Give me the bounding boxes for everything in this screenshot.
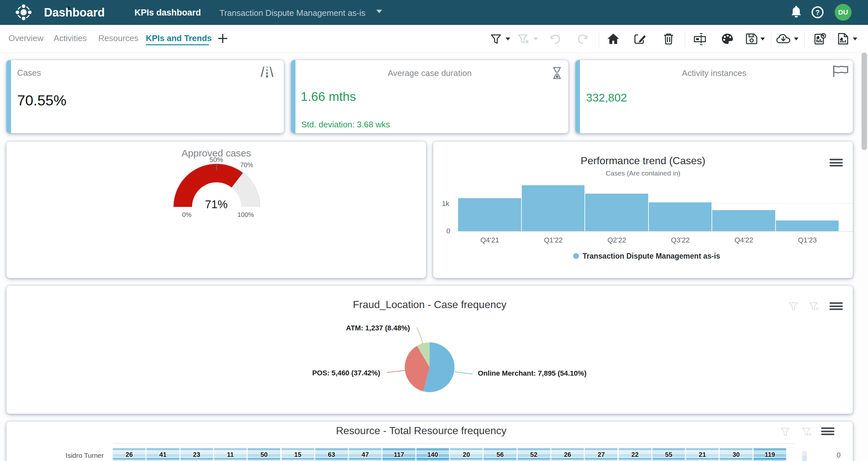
svg-text:?: ? bbox=[815, 8, 819, 17]
